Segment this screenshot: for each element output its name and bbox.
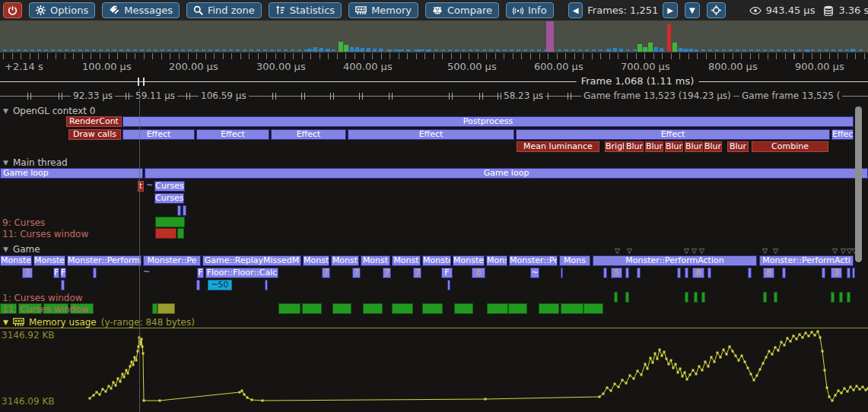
zone-bar[interactable]: 8: [692, 268, 704, 278]
histogram-bar[interactable]: [344, 45, 348, 52]
next-frame-button[interactable]: ▶: [663, 2, 678, 18]
histogram-bar[interactable]: [417, 49, 421, 52]
zone-bar[interactable]: 5: [611, 268, 622, 278]
zone-bar[interactable]: 7: [22, 268, 33, 278]
statistics-button[interactable]: Statistics: [269, 2, 342, 18]
zone-bar[interactable]: [155, 217, 185, 227]
zone-bar[interactable]: 7: [352, 268, 361, 278]
histogram-bar[interactable]: [320, 48, 323, 52]
zone-bar[interactable]: Curses: [154, 181, 185, 192]
zone-bar[interactable]: Curses: [154, 193, 184, 204]
zone-bar[interactable]: 7: [383, 268, 391, 278]
zone-bar[interactable]: 7: [322, 268, 330, 278]
histogram-bar[interactable]: [339, 42, 343, 52]
histogram-bar[interactable]: [546, 21, 554, 52]
zone-bar[interactable]: [508, 303, 527, 314]
zone-bar[interactable]: [152, 303, 157, 314]
zone-bar[interactable]: [302, 303, 322, 314]
zone-bar[interactable]: [93, 268, 97, 278]
histogram-bar[interactable]: [654, 47, 658, 52]
section-header-main-thread[interactable]: ▼ Main thread: [3, 157, 68, 168]
zone-bar[interactable]: Blur: [704, 141, 722, 152]
zone-bar[interactable]: Floor::Floor::Calc: [205, 268, 278, 278]
zone-bar[interactable]: Blur: [727, 141, 749, 152]
power-button[interactable]: [3, 2, 22, 18]
zone-bar[interactable]: [447, 280, 450, 290]
zone-bar[interactable]: [831, 292, 835, 303]
zone-bar[interactable]: [685, 268, 688, 278]
zone-bar[interactable]: [177, 228, 184, 239]
goto-frame-button[interactable]: ▼: [685, 2, 700, 18]
zone-bar[interactable]: [603, 268, 607, 278]
zone-bar[interactable]: Monste: [422, 255, 451, 266]
zone-bar[interactable]: [748, 268, 752, 278]
zone-bar[interactable]: [839, 292, 843, 303]
zone-bar[interactable]: Blur: [625, 141, 644, 152]
zone-bar[interactable]: 8: [763, 268, 774, 278]
zone-bar[interactable]: Effect: [271, 129, 346, 140]
message-marker-icon[interactable]: ▽: [847, 248, 852, 255]
histogram-bar[interactable]: [607, 49, 611, 52]
zone-bar[interactable]: Game loop: [0, 168, 143, 179]
zone-bar[interactable]: [363, 303, 383, 314]
zone-bar[interactable]: [155, 228, 176, 239]
zone-bar[interactable]: [157, 303, 175, 314]
zone-bar[interactable]: Monst: [331, 255, 359, 266]
crosshair-button[interactable]: [707, 2, 726, 18]
zone-bar[interactable]: [614, 292, 618, 303]
histogram-bar[interactable]: [648, 43, 653, 52]
zone-bar[interactable]: Effect: [831, 129, 854, 140]
zone-bar[interactable]: [685, 292, 688, 303]
histogram-bar[interactable]: [361, 48, 364, 52]
zone-bar[interactable]: [196, 280, 200, 290]
zone-bar[interactable]: Monster::PerformAction: [593, 255, 757, 266]
zone-bar[interactable]: RenderCont: [66, 116, 122, 127]
histogram-bar[interactable]: [851, 49, 854, 52]
histogram-bar[interactable]: [406, 49, 410, 52]
zone-bar[interactable]: [637, 268, 641, 278]
zone-bar[interactable]: Monst: [303, 255, 329, 266]
histogram-bar[interactable]: [679, 48, 682, 52]
message-marker-icon[interactable]: ▽: [699, 248, 704, 255]
message-marker-icon[interactable]: ▽: [615, 248, 620, 255]
message-marker-icon[interactable]: ▽: [684, 248, 689, 255]
zone-bar[interactable]: F: [197, 268, 204, 278]
frame-histogram[interactable]: [0, 21, 868, 52]
memory-button[interactable]: Memory: [348, 2, 418, 18]
zone-bar[interactable]: [701, 292, 705, 303]
zone-bar[interactable]: [847, 292, 851, 303]
zone-bar[interactable]: Effect: [348, 129, 514, 140]
zone-bar[interactable]: Mean luminance: [517, 141, 599, 152]
zone-bar[interactable]: Brigh: [605, 141, 625, 152]
message-marker-icon[interactable]: ▽: [832, 248, 838, 255]
zone-bar[interactable]: Game loop: [145, 168, 868, 179]
zone-bar[interactable]: ~50: [208, 280, 232, 290]
histogram-bar[interactable]: [355, 47, 359, 52]
zone-bar[interactable]: [561, 268, 563, 278]
histogram-bar[interactable]: [689, 49, 693, 52]
zone-bar[interactable]: [774, 292, 777, 303]
zone-bar[interactable]: Monste: [33, 255, 65, 266]
zone-bar[interactable]: [561, 303, 583, 314]
zone-bar[interactable]: Postprocess: [122, 116, 854, 127]
zone-bar[interactable]: ~: [530, 268, 539, 278]
histogram-bar[interactable]: [313, 47, 317, 52]
zone-bar[interactable]: Blur: [685, 141, 703, 152]
zone-bar[interactable]: Monst: [392, 255, 421, 266]
options-button[interactable]: Options: [29, 2, 95, 18]
zone-bar[interactable]: Monster::Pe: [509, 255, 558, 266]
histogram-bar[interactable]: [613, 48, 617, 52]
zone-bar[interactable]: [677, 268, 681, 278]
zone-bar[interactable]: Combine: [752, 141, 828, 152]
vertical-scrollbar[interactable]: [855, 106, 862, 262]
zone-bar[interactable]: Effect: [516, 129, 830, 140]
info-button[interactable]: Info: [506, 2, 554, 18]
histogram-bar[interactable]: [379, 49, 383, 52]
histogram-bar[interactable]: [367, 48, 370, 52]
histogram-bar[interactable]: [667, 24, 671, 52]
message-marker-icon[interactable]: ▽: [773, 248, 778, 255]
zone-bar[interactable]: [763, 292, 767, 303]
zone-bar[interactable]: Monste: [453, 255, 485, 266]
histogram-bar[interactable]: [619, 49, 623, 52]
zone-bar[interactable]: Monster::Pe: [143, 255, 201, 266]
